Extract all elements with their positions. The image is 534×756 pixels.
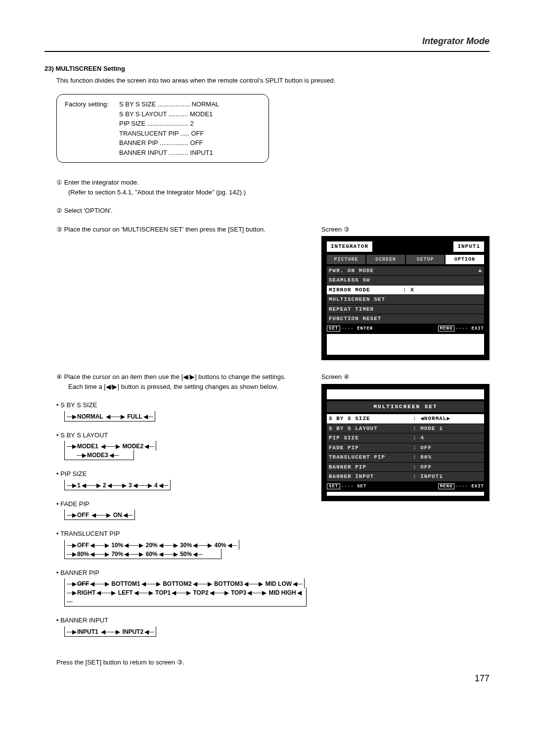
step-4: ④ Place the cursor on an item then use t…	[56, 372, 307, 391]
osd-tab: SETUP	[406, 255, 445, 264]
fs-name: BANNER PIP ................	[119, 139, 188, 146]
cycle-val: 3	[129, 482, 132, 489]
osd-line: SEAMLESS SW	[329, 276, 403, 284]
cycle-pip-size: • PIP SIZE 1 2 3 4	[56, 469, 307, 490]
fs-name: BANNER INPUT ...........	[119, 149, 188, 156]
cycle-label: • FADE PIP	[56, 499, 307, 509]
fs-val: OFF	[191, 130, 204, 137]
cycle-val: 40%	[214, 542, 226, 549]
cycle-val: LEFT	[118, 589, 133, 596]
cycle-banner-input: • BANNER INPUT INPUT1 INPUT2	[56, 615, 307, 637]
step-sub: (Refer to section 5.4.1, "About the Inte…	[68, 188, 490, 197]
footer-text: ···· EXIT	[455, 326, 484, 331]
cycle-label: • BANNER PIP	[56, 568, 307, 578]
cycle-val: OFF	[77, 542, 89, 549]
press-note: Press the [SET] button to return to scre…	[56, 658, 490, 667]
step-2: ② Select 'OPTION'.	[56, 206, 490, 216]
osd2-key: PIP SIZE	[329, 434, 413, 442]
fs-name: TRANSLUCENT PIP .....	[119, 130, 189, 137]
page-header: Integrator Mode	[44, 35, 490, 52]
osd-title-right: INPUT1	[453, 241, 484, 252]
cycle-val: ON	[113, 512, 122, 519]
fs-name: S BY S LAYOUT ...........	[119, 110, 188, 118]
step-text: Select 'OPTION'.	[64, 207, 113, 214]
screen3-label: Screen ③	[321, 225, 490, 235]
osd2-val: : ◀NORMAL▶	[413, 415, 482, 423]
cycle-val: MODE1	[77, 443, 98, 450]
osd-line: MULTISCREEN SET	[329, 295, 403, 304]
osd2-val: : OFF	[413, 463, 482, 472]
osd-tab: PICTURE	[327, 255, 365, 264]
cycle-val: INPUT1	[77, 628, 98, 635]
cycle-val: MID HIGH	[268, 589, 296, 596]
footer-text: ···· EXIT	[455, 484, 484, 489]
osd-line: FUNCTION RESET	[329, 315, 403, 323]
cycle-sbys-layout: • S BY S LAYOUT MODE1 MODE2 MODE3	[56, 430, 307, 461]
cycle-val: INPUT2	[122, 628, 143, 635]
osd-tab: SCREEN	[366, 255, 405, 264]
step-text: Place the cursor on an item then use the…	[64, 373, 286, 380]
cycle-val: 10%	[111, 542, 123, 549]
cycle-val: NORMAL	[77, 413, 103, 420]
cycle-val: 20%	[146, 542, 158, 549]
osd2-key: BANNER INPUT	[329, 472, 413, 481]
osd-title-left: INTEGRATOR	[327, 241, 372, 252]
osd-blank	[327, 334, 484, 355]
cycle-val: BOTTOM2	[163, 580, 191, 587]
step-3: ③ Place the cursor on 'MULTISCREEN SET' …	[56, 225, 307, 235]
section-heading: 23) MULTISCREEN Setting	[44, 64, 490, 74]
osd-screen-4: MULTISCREEN SET S BY S SIZE: ◀NORMAL▶ S …	[321, 384, 490, 502]
step-text: Enter the integrator mode.	[64, 179, 139, 186]
triangle-up-icon: ▲	[478, 267, 482, 275]
fs-val: 2	[190, 120, 194, 127]
osd2-val: : MODE 1	[413, 425, 482, 433]
step-num: ③	[56, 226, 62, 233]
cycle-val: 60%	[146, 551, 158, 558]
osd2-val: : 80%	[413, 453, 482, 462]
step-text: Place the cursor on 'MULTISCREEN SET' th…	[64, 226, 266, 233]
key-icon: SET	[327, 483, 340, 489]
osd-line-selected: MIRROR MODE	[329, 286, 403, 294]
factory-label: Factory setting:	[65, 99, 119, 109]
cycle-val: 30%	[180, 542, 192, 549]
osd2-key: S BY S SIZE	[329, 415, 413, 423]
cycle-val: TOP3	[231, 589, 246, 596]
osd2-val: : INPUT1	[413, 472, 482, 481]
key-icon: MENU	[438, 326, 455, 331]
osd2-key: TRANSLUCENT PIP	[329, 453, 413, 462]
cycle-label: • PIP SIZE	[56, 469, 307, 479]
step-num: ①	[56, 179, 62, 186]
cycle-val: RIGHT	[77, 589, 95, 596]
step-1: ① Enter the integrator mode. (Refer to s…	[56, 178, 490, 197]
cycle-label: • S BY S LAYOUT	[56, 430, 307, 440]
cycle-fade-pip: • FADE PIP OFF ON	[56, 499, 307, 520]
screen4-label: Screen ④	[321, 372, 490, 382]
cycle-val: 4	[154, 482, 158, 489]
osd2-key: BANNER PIP	[329, 463, 413, 472]
fs-name: PIP SIZE .......................	[119, 120, 188, 127]
cycle-val: BOTTOM3	[214, 580, 243, 587]
osd-tabs: PICTURE SCREEN SETUP OPTION	[327, 255, 484, 264]
fs-val: NORMAL	[191, 100, 219, 108]
cycle-label: • BANNER INPUT	[56, 615, 307, 625]
cycle-sbys-size: • S BY S SIZE NORMAL FULL	[56, 400, 307, 422]
cycle-val: BOTTOM1	[111, 580, 140, 587]
cycle-val: 1	[77, 482, 81, 489]
cycle-translucent-pip: • TRANSLUCENT PIP OFF 10% 20% 30% 40% 80…	[56, 529, 307, 559]
cycle-val: OFF	[77, 580, 89, 587]
cycle-val: 80%	[77, 551, 89, 558]
footer-text: ···· ENTER	[341, 326, 373, 331]
fs-val: OFF	[190, 139, 203, 146]
cycle-label: • TRANSLUCENT PIP	[56, 529, 307, 539]
key-icon: SET	[327, 326, 340, 331]
osd2-val: : 4	[413, 434, 482, 442]
cycle-label: • S BY S SIZE	[56, 400, 307, 410]
cycle-val: TOP2	[193, 589, 209, 596]
page-number: 177	[44, 672, 490, 685]
section-intro: This function divides the screen into tw…	[56, 76, 490, 86]
osd-val: : X	[403, 286, 414, 294]
osd-line: REPEAT TIMER	[329, 305, 403, 314]
factory-setting-box: Factory setting: S BY S SIZE ...........…	[56, 94, 269, 163]
cycle-val: OFF	[77, 512, 89, 519]
cycle-val: 2	[103, 482, 106, 489]
